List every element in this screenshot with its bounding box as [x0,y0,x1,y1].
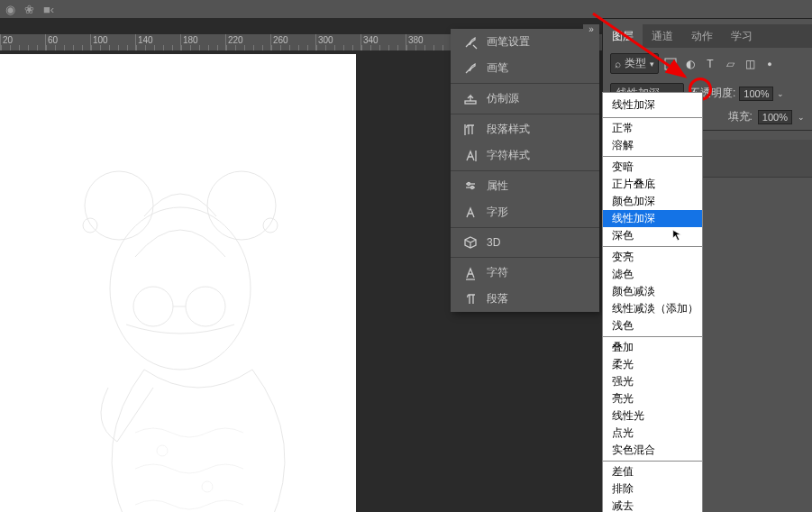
filter-shape-icon[interactable]: ▱ [722,56,738,72]
blend-item[interactable]: 柔光 [603,356,702,373]
blend-item[interactable]: 溶解 [603,137,702,154]
ruler-segment: 340 [360,34,406,50]
flyout-item-props[interactable]: 属性 [451,173,599,199]
svg-point-1 [85,171,153,240]
filter-smart-icon[interactable]: ◫ [742,56,758,72]
blend-item[interactable]: 排除 [603,480,702,498]
layer-filter-type-combo[interactable]: ⌕ 类型 ▾ [610,53,659,74]
chevron-down-icon[interactable]: ⌄ [798,113,805,122]
svg-rect-19 [665,59,676,69]
separator [451,114,599,114]
blend-item[interactable]: 深色 [603,227,702,244]
tab-1[interactable]: 通道 [643,24,682,48]
flyout-item-glyph[interactable]: 字形 [451,199,599,225]
blend-item[interactable]: 变亮 [603,249,702,266]
flyout-item-brushcfg[interactable]: 画笔设置 [451,29,599,55]
fill-value[interactable]: 100% [758,110,792,124]
blend-item[interactable]: 正片叠底 [603,176,702,193]
fill-label: 填充: [728,109,753,124]
ruler-segment: 60 [45,34,90,50]
tab-2[interactable]: 动作 [682,24,722,48]
flyout-item-clone[interactable]: 仿制源 [451,86,599,112]
collapse-chevron-icon[interactable]: » [583,24,599,33]
separator [451,257,599,258]
svg-point-6 [83,218,97,233]
flyout-item-label: 画笔 [487,60,508,76]
charstyle-icon [463,149,478,163]
blend-group: 变亮滤色颜色减淡线性减淡（添加）浅色 [603,247,702,337]
layer-filter-row: ⌕ 类型 ▾ ◐ T ▱ ◫ ● [603,48,812,79]
panel-flyout-menu[interactable]: » 画笔设置画笔仿制源段落样式字符样式属性字形3D字符段落 [451,29,599,312]
opacity-value[interactable]: 100% [739,87,773,101]
blend-item[interactable]: 叠加 [603,339,702,356]
svg-line-10 [473,45,477,49]
parastyle-icon [463,123,478,137]
flyout-item-char[interactable]: 字符 [451,260,599,286]
chevron-down-icon: ▾ [650,59,654,69]
blend-item[interactable]: 浅色 [603,317,702,334]
opacity-control[interactable]: 不透明度: 100% ⌄ [689,86,784,101]
ruler-segment: 100 [90,34,135,50]
filter-type-label: 类型 [625,56,646,71]
svg-point-4 [186,287,225,326]
svg-point-9 [202,481,213,492]
ruler-segment: 140 [135,34,180,50]
flyout-item-brush[interactable]: 画笔 [451,55,599,81]
flyout-item-parastyle[interactable]: 段落样式 [451,116,599,142]
tab-0[interactable]: 图层 [603,24,643,48]
blend-mode-dropdown[interactable]: 线性加深 正常溶解变暗正片叠底颜色加深线性加深深色变亮滤色颜色减淡线性减淡（添加… [602,92,703,512]
app-topbar: ◉ ❀ ■‹ [0,0,812,18]
filter-toggle-icon[interactable]: ● [762,56,778,72]
cube-icon [463,235,478,250]
ruler-segment: 20 [0,34,45,50]
blend-item[interactable]: 强光 [603,373,702,390]
blend-item[interactable]: 线性光 [603,407,702,425]
blend-item[interactable]: 滤色 [603,266,702,283]
flyout-item-charstyle[interactable]: 字符样式 [451,142,599,169]
camera-icon[interactable]: ■‹ [43,3,54,16]
ruler-segment: 380 [406,34,451,50]
blend-item[interactable]: 正常 [603,120,702,137]
char-icon [463,266,478,280]
glyph-icon [463,206,478,220]
blend-item[interactable]: 线性减淡（添加） [603,300,702,317]
blend-item[interactable]: 差值 [603,463,702,480]
blend-group: 叠加柔光强光亮光线性光点光实色混合 [603,337,702,462]
blend-group: 差值排除减去划分 [603,462,702,512]
blend-group: 正常溶解 [603,118,702,157]
blend-item[interactable]: 实色混合 [603,442,702,459]
flyout-item-cube[interactable]: 3D [451,230,599,255]
blend-item[interactable]: 线性加深 [603,210,702,227]
flyout-item-para[interactable]: 段落 [451,286,599,312]
svg-point-2 [207,171,276,240]
blend-item[interactable]: 颜色减淡 [603,283,702,300]
ruler-segment: 260 [270,34,315,50]
sketch-art [0,54,356,512]
blend-item[interactable]: 颜色加深 [603,193,702,210]
tab-3[interactable]: 学习 [722,24,762,48]
flyout-item-label: 画笔设置 [487,34,530,50]
filter-type-icon[interactable]: T [702,56,718,72]
brushcfg-icon [463,35,478,50]
blend-item[interactable]: 点光 [603,425,702,442]
chevron-down-icon[interactable]: ⌄ [777,89,784,98]
svg-point-0 [110,207,251,370]
cursor-icon [671,228,684,243]
brush-icon [463,61,478,76]
search-icon: ⌕ [615,58,621,70]
panel-tabs: 图层通道动作学习 [603,24,812,48]
flyout-item-label: 段落 [487,291,508,306]
canvas[interactable] [0,54,356,512]
filter-adjust-icon[interactable]: ◐ [682,56,698,72]
svg-point-7 [263,218,278,233]
ruler-segment: 220 [225,34,270,50]
blend-item[interactable]: 亮光 [603,390,702,407]
filter-pixel-icon[interactable] [662,56,679,72]
separator [451,170,599,171]
props-icon [463,179,478,194]
sync-icon[interactable]: ❀ [24,3,34,16]
blend-item[interactable]: 减去 [603,498,702,512]
eye-icon[interactable]: ◉ [5,3,15,16]
blend-item[interactable]: 线性加深 [603,95,702,115]
blend-item[interactable]: 变暗 [603,159,702,176]
